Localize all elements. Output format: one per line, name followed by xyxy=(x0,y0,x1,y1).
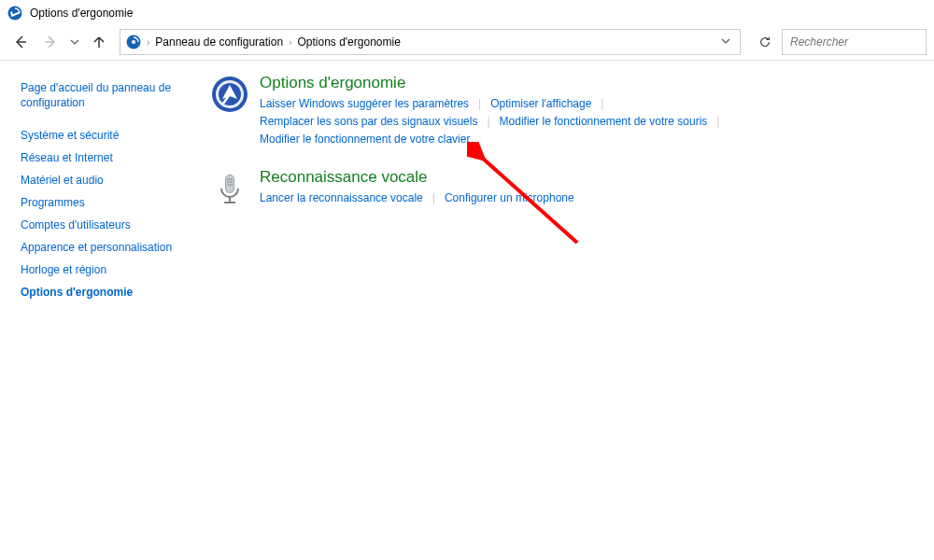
title-bar: Options d'ergonomie xyxy=(0,0,934,26)
link-separator: | xyxy=(591,95,613,113)
link-separator: | xyxy=(469,95,490,113)
sidebar-item-appearance[interactable]: Apparence et personnalisation xyxy=(21,236,196,259)
sidebar-item-ease-of-access[interactable]: Options d'ergonomie xyxy=(21,281,196,303)
link-separator: | xyxy=(423,189,445,207)
link-replace-sounds-visual[interactable]: Remplacer les sons par des signaux visue… xyxy=(260,113,477,131)
svg-point-2 xyxy=(132,40,135,44)
forward-button[interactable] xyxy=(37,29,64,55)
recent-dropdown[interactable] xyxy=(67,29,82,55)
breadcrumb-item-control-panel[interactable]: Panneau de configuration xyxy=(155,35,283,49)
sidebar: Page d'accueil du panneau de configurati… xyxy=(0,61,204,559)
link-let-windows-suggest[interactable]: Laisser Windows suggérer les paramètres xyxy=(260,95,469,113)
section-title-ease-of-access[interactable]: Options d'ergonomie xyxy=(260,74,915,92)
sidebar-item-user-accounts[interactable]: Comptes d'utilisateurs xyxy=(21,214,196,236)
sidebar-item-hardware-sound[interactable]: Matériel et audio xyxy=(21,169,196,191)
section-ease-of-access: Options d'ergonomie Laisser Windows sugg… xyxy=(211,74,915,149)
breadcrumb[interactable]: › Panneau de configuration › Options d'e… xyxy=(120,29,741,55)
control-panel-icon xyxy=(126,35,141,49)
chevron-right-icon[interactable]: › xyxy=(289,37,291,48)
refresh-button[interactable] xyxy=(752,29,778,55)
app-icon xyxy=(7,6,22,21)
link-start-speech-recognition[interactable]: Lancer la reconnaissance vocale xyxy=(260,189,423,207)
section-speech-recognition: Reconnaissance vocale Lancer la reconnai… xyxy=(211,168,915,207)
sidebar-item-network-internet[interactable]: Réseau et Internet xyxy=(21,147,196,169)
sidebar-item-programs[interactable]: Programmes xyxy=(21,191,196,214)
breadcrumb-item-ease-of-access[interactable]: Options d'ergonomie xyxy=(297,35,400,49)
svg-rect-7 xyxy=(226,175,234,192)
sidebar-item-clock-region[interactable]: Horloge et région xyxy=(21,259,196,281)
ease-access-icon xyxy=(211,74,248,111)
sidebar-item-system-security[interactable]: Système et sécurité xyxy=(21,124,196,147)
search-input[interactable] xyxy=(782,29,927,55)
breadcrumb-dropdown[interactable] xyxy=(721,36,734,48)
microphone-icon xyxy=(211,168,248,205)
link-change-keyboard[interactable]: Modifier le fonctionnement de votre clav… xyxy=(260,131,470,148)
sidebar-home-link[interactable]: Page d'accueil du panneau de configurati… xyxy=(21,76,189,115)
up-button[interactable] xyxy=(86,29,112,55)
window-title: Options d'ergonomie xyxy=(30,7,133,20)
link-separator: | xyxy=(707,113,729,131)
chevron-right-icon[interactable]: › xyxy=(147,37,149,48)
link-change-mouse[interactable]: Modifier le fonctionnement de votre sour… xyxy=(500,113,708,131)
link-separator: | xyxy=(477,113,499,131)
link-optimize-display[interactable]: Optimiser l'affichage xyxy=(490,95,591,113)
back-button[interactable] xyxy=(7,29,34,55)
nav-bar: › Panneau de configuration › Options d'e… xyxy=(0,26,934,58)
content-pane: Options d'ergonomie Laisser Windows sugg… xyxy=(204,61,934,559)
link-setup-microphone[interactable]: Configurer un microphone xyxy=(445,189,574,207)
section-title-speech-recognition[interactable]: Reconnaissance vocale xyxy=(260,168,915,187)
